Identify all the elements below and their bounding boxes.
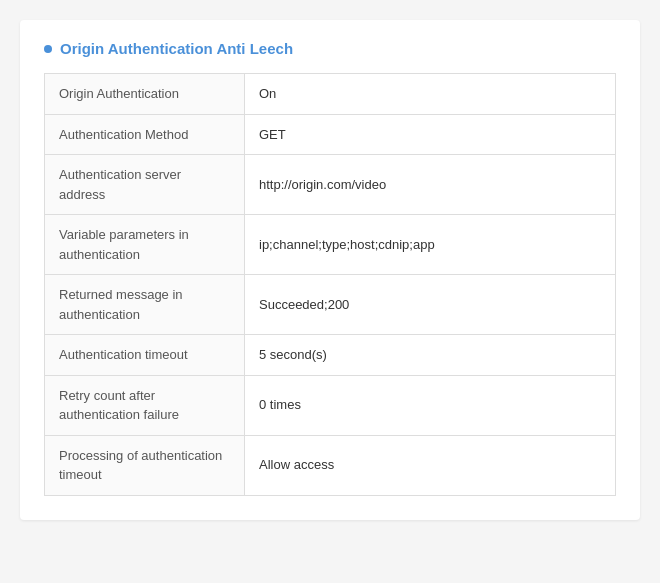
- row-value: ip;channel;type;host;cdnip;app: [245, 215, 616, 275]
- row-value: On: [245, 74, 616, 115]
- row-value: GET: [245, 114, 616, 155]
- section-title: Origin Authentication Anti Leech: [60, 40, 293, 57]
- table-row: Retry count after authentication failure…: [45, 375, 616, 435]
- table-row: Variable parameters in authenticationip;…: [45, 215, 616, 275]
- section-header: Origin Authentication Anti Leech: [44, 40, 616, 57]
- table-row: Authentication server addresshttp://orig…: [45, 155, 616, 215]
- main-card: Origin Authentication Anti Leech Origin …: [20, 20, 640, 520]
- row-value: 0 times: [245, 375, 616, 435]
- row-value: Allow access: [245, 435, 616, 495]
- row-label: Origin Authentication: [45, 74, 245, 115]
- row-label: Returned message in authentication: [45, 275, 245, 335]
- table-row: Authentication timeout5 second(s): [45, 335, 616, 376]
- row-value: 5 second(s): [245, 335, 616, 376]
- row-label: Retry count after authentication failure: [45, 375, 245, 435]
- row-label: Authentication Method: [45, 114, 245, 155]
- row-label: Variable parameters in authentication: [45, 215, 245, 275]
- row-label: Authentication timeout: [45, 335, 245, 376]
- settings-table: Origin AuthenticationOnAuthentication Me…: [44, 73, 616, 496]
- row-label: Processing of authentication timeout: [45, 435, 245, 495]
- table-row: Authentication MethodGET: [45, 114, 616, 155]
- section-bullet: [44, 45, 52, 53]
- table-row: Origin AuthenticationOn: [45, 74, 616, 115]
- row-value: Succeeded;200: [245, 275, 616, 335]
- row-label: Authentication server address: [45, 155, 245, 215]
- table-row: Processing of authentication timeoutAllo…: [45, 435, 616, 495]
- table-row: Returned message in authenticationSuccee…: [45, 275, 616, 335]
- row-value: http://origin.com/video: [245, 155, 616, 215]
